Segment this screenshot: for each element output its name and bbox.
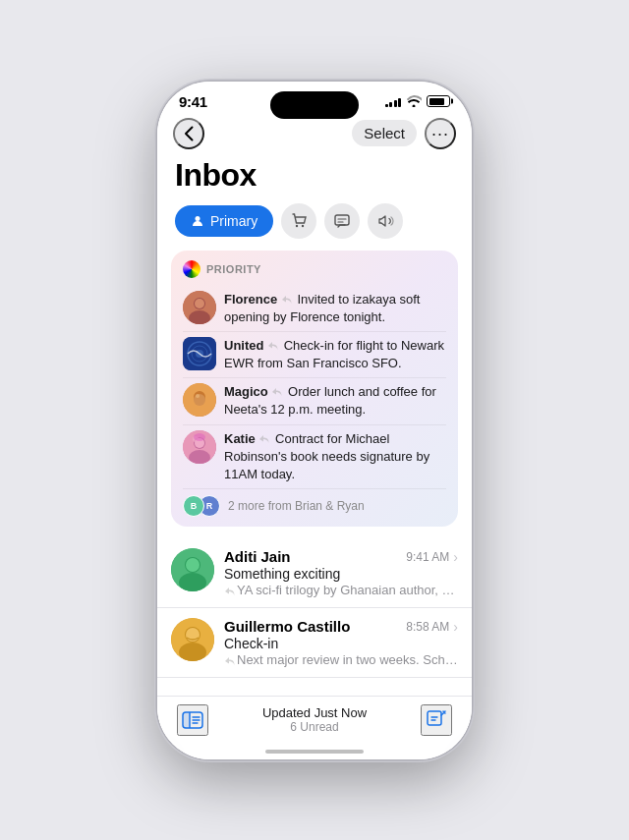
svg-point-9 — [195, 299, 204, 308]
priority-text-united: United Check-in for flight to Newark EWR… — [224, 337, 446, 372]
tab-messages[interactable] — [324, 203, 360, 239]
unread-label: 6 Unread — [262, 720, 367, 734]
battery-icon — [427, 95, 450, 107]
reply-icon-aditi — [224, 587, 235, 595]
updated-label: Updated Just Now — [262, 705, 367, 720]
nav-bar: Select ··· — [157, 114, 472, 155]
priority-label: PRIORITY — [206, 263, 261, 275]
svg-point-0 — [196, 216, 200, 221]
phone-frame: 9:41 — [157, 82, 472, 759]
tab-promo[interactable] — [368, 203, 403, 239]
tab-shopping[interactable] — [281, 203, 316, 239]
screen: 9:41 — [157, 82, 472, 759]
status-icons — [385, 95, 451, 107]
content-area: PRIORITY Florence — [157, 251, 472, 759]
email-sender-guillermo: Guillermo Castillo — [224, 618, 350, 635]
priority-text-magico: Magico Order lunch and coffee for Neeta'… — [224, 383, 446, 419]
avatar-florence — [183, 291, 216, 324]
avatar-guillermo-castillo — [171, 618, 214, 661]
priority-section: PRIORITY Florence — [171, 251, 458, 528]
avatar-aditi-jain — [171, 548, 214, 591]
email-subject-aditi: Something exciting — [224, 566, 458, 582]
priority-rainbow-icon — [183, 260, 200, 278]
dynamic-island — [270, 91, 359, 119]
bottom-bar-center: Updated Just Now 6 Unread — [262, 705, 367, 734]
email-subject-guillermo: Check-in — [224, 636, 458, 651]
signal-icon — [385, 95, 402, 107]
priority-item-florence[interactable]: Florence Invited to izakaya soft opening… — [183, 286, 446, 332]
back-button[interactable] — [173, 118, 204, 149]
status-time: 9:41 — [179, 93, 207, 110]
email-item-guillermo[interactable]: Guillermo Castillo 8:58 AM › Check-in Ne… — [157, 608, 472, 678]
avatar-katie — [183, 430, 216, 464]
avatar-united — [183, 337, 216, 370]
more-avatars: B R — [183, 495, 214, 517]
svg-rect-3 — [335, 215, 349, 225]
compose-icon — [426, 709, 447, 731]
svg-point-23 — [194, 433, 205, 441]
priority-header: PRIORITY — [183, 260, 446, 278]
svg-point-16 — [194, 394, 205, 406]
sender-name-florence: Florence — [224, 292, 277, 307]
select-button[interactable]: Select — [352, 120, 417, 146]
compose-button[interactable] — [421, 704, 452, 736]
nav-actions: Select ··· — [352, 118, 456, 149]
chevron-right-icon-2: › — [453, 619, 458, 635]
message-icon — [333, 212, 351, 230]
email-content-aditi: Aditi Jain 9:41 AM › Something exciting … — [224, 548, 458, 597]
svg-point-1 — [296, 224, 298, 226]
email-item-aditi[interactable]: Aditi Jain 9:41 AM › Something exciting … — [157, 538, 472, 608]
reply-icon — [281, 295, 292, 304]
priority-item-united[interactable]: United Check-in for flight to Newark EWR… — [183, 332, 446, 378]
priority-text-katie: Katie Contract for Michael Robinson's bo… — [224, 430, 446, 484]
chevron-right-icon: › — [453, 549, 458, 565]
svg-point-17 — [196, 394, 200, 398]
email-preview-aditi: YA sci-fi trilogy by Ghanaian author, Lo… — [224, 583, 458, 597]
person-icon — [191, 214, 204, 228]
svg-point-27 — [186, 558, 200, 572]
svg-rect-38 — [428, 711, 441, 725]
tab-primary[interactable]: Primary — [175, 205, 273, 237]
chevron-left-icon — [184, 126, 194, 141]
reply-icon-guillermo — [224, 656, 235, 665]
more-button[interactable]: ··· — [425, 118, 456, 149]
email-preview-guillermo: Next major review in two weeks. Schedule… — [224, 652, 458, 667]
filter-tabs: Primary — [157, 203, 472, 251]
sidebar-button[interactable] — [177, 704, 208, 736]
email-time-aditi: 9:41 AM — [406, 550, 449, 564]
email-sender-aditi: Aditi Jain — [224, 548, 291, 565]
page-title: Inbox — [157, 155, 472, 203]
priority-more[interactable]: B R 2 more from Brian & Ryan — [183, 489, 446, 517]
more-text: 2 more from Brian & Ryan — [228, 499, 365, 513]
email-time-guillermo: 8:58 AM — [406, 620, 449, 634]
megaphone-icon — [376, 212, 394, 230]
sidebar-icon — [182, 711, 203, 729]
wifi-icon — [406, 95, 422, 107]
home-indicator — [265, 750, 364, 754]
svg-point-2 — [302, 224, 304, 226]
tab-primary-label: Primary — [210, 213, 257, 229]
email-content-guillermo: Guillermo Castillo 8:58 AM › Check-in Ne… — [224, 618, 458, 667]
shopping-icon — [290, 212, 308, 230]
priority-text-florence: Florence Invited to izakaya soft opening… — [224, 291, 446, 326]
priority-item-magico[interactable]: Magico Order lunch and coffee for Neeta'… — [183, 378, 446, 424]
ellipsis-icon: ··· — [431, 125, 449, 142]
avatar-magico — [183, 383, 216, 417]
priority-item-katie[interactable]: Katie Contract for Michael Robinson's bo… — [183, 425, 446, 490]
svg-rect-33 — [183, 712, 190, 728]
